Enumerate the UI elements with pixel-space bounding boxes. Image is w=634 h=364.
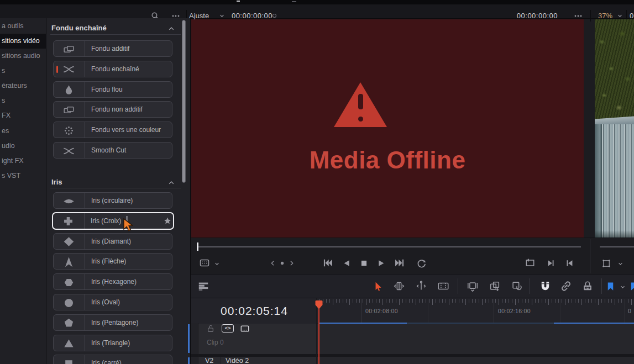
timeline-scroll-indicator[interactable] [188, 324, 190, 353]
sidebar-item[interactable]: udio [0, 139, 48, 154]
transition-item[interactable]: Iris (Triangle) [53, 335, 172, 351]
sidebar-item[interactable]: s [0, 64, 48, 78]
transition-item[interactable]: Fondu vers une couleur [53, 122, 172, 138]
flag-partial-icon[interactable] [628, 281, 634, 292]
play-reverse-icon[interactable] [342, 259, 352, 268]
transition-item[interactable]: Iris (carré) [53, 355, 172, 364]
chevron-down-icon[interactable] [617, 13, 623, 19]
transition-thumbnail [54, 193, 85, 208]
sidebar-item[interactable]: es [0, 124, 48, 139]
play-forward-icon[interactable] [376, 259, 386, 268]
go-to-start-icon[interactable] [322, 257, 333, 268]
pentagon-icon [63, 317, 75, 329]
edge-timecode-fragment: 00 [630, 12, 634, 20]
timeline-view-options-icon[interactable] [197, 280, 209, 292]
snapping-magnet-icon[interactable] [539, 280, 552, 293]
transition-item[interactable]: Fondu additif [53, 40, 172, 57]
sidebar-item[interactable]: sitions audio [0, 49, 48, 64]
sidebar-item[interactable]: ight FX [0, 154, 48, 168]
sidebar-item[interactable]: a outils [0, 19, 48, 34]
sidebar-item[interactable]: érateurs [0, 78, 48, 93]
gang-indicator-icon[interactable] [272, 13, 277, 18]
transition-thumbnail [54, 41, 85, 56]
in-out-dot-icon[interactable] [279, 260, 286, 267]
next-frame-icon[interactable] [546, 259, 556, 268]
toolbar-divider [530, 278, 530, 294]
chevron-up-icon[interactable] [167, 179, 175, 187]
lock-icon[interactable] [206, 324, 215, 333]
filmstrip-icon[interactable] [240, 324, 250, 334]
timeline-scroll-indicator[interactable] [188, 357, 190, 364]
track-v2-header[interactable] [198, 357, 316, 364]
square-icon [63, 358, 75, 364]
loop-playback-icon[interactable] [416, 258, 427, 268]
chevron-down-icon[interactable] [219, 13, 225, 19]
panel-scrollbar[interactable] [182, 20, 186, 183]
transition-item[interactable]: Fondu non additif [53, 101, 172, 118]
dynamic-trim-mode-icon[interactable] [415, 280, 427, 292]
transition-item[interactable]: Iris (Diamant) [53, 233, 172, 250]
transition-thumbnail [53, 213, 85, 229]
blade-edit-mode-icon[interactable] [437, 280, 449, 292]
timeline-ruler[interactable]: 00:02:08:0000:02:16:000 [316, 298, 634, 323]
stop-icon[interactable] [359, 259, 369, 268]
loop-clip-icon[interactable] [525, 257, 536, 268]
in-out-right-chevron-icon[interactable] [288, 260, 295, 267]
transition-label: Fondu flou [91, 82, 123, 97]
go-to-end-icon[interactable] [394, 257, 405, 268]
color-dots-icon [63, 125, 75, 136]
playhead-line[interactable] [318, 303, 319, 364]
transition-label: Iris (circulaire) [91, 193, 133, 208]
ruler-timecode-label: 0 [628, 308, 631, 314]
viewer-fit-dropdown[interactable]: Ajuste [189, 12, 209, 20]
previous-frame-icon[interactable] [565, 259, 574, 268]
dropdown-chevron-icon[interactable] [214, 261, 220, 267]
in-out-left-chevron-icon[interactable] [269, 260, 276, 267]
selection-tool-icon[interactable] [372, 281, 384, 292]
transition-item[interactable]: Iris (Hexagone) [53, 273, 172, 290]
sidebar-item[interactable]: FX [0, 108, 48, 123]
overwrite-clip-icon[interactable] [489, 280, 501, 292]
auto-select-icon[interactable]: <> [222, 324, 234, 333]
zoom-level-dropdown[interactable]: 37% [595, 12, 616, 20]
viewer-scrub-bar[interactable] [198, 246, 581, 247]
transition-item[interactable]: Iris (circulaire) [53, 192, 172, 209]
track-number-label: V2 [205, 357, 213, 364]
star-icon[interactable] [163, 217, 172, 225]
transition-item[interactable]: Iris (Pentagone) [53, 314, 172, 331]
transition-thumbnail [54, 122, 85, 138]
transition-item[interactable]: Iris (Oval) [53, 294, 172, 310]
circle-icon [63, 297, 75, 309]
video-transitions-panel: Fondu enchaînéFondu additifFondu enchaîn… [46, 18, 191, 364]
transition-label: Fondu enchaîné [91, 61, 139, 77]
sidebar-item[interactable]: s VST [0, 168, 48, 183]
track-v2-lane[interactable] [316, 357, 634, 364]
sidebar-item[interactable]: s [0, 93, 48, 108]
transition-item[interactable]: Fondu enchaîné [53, 61, 172, 77]
favorite-marker [56, 66, 58, 73]
viewer-scrub-playhead[interactable] [197, 242, 198, 251]
transition-thumbnail [54, 274, 85, 289]
fence-post-image [595, 124, 602, 238]
insert-clip-icon[interactable] [467, 280, 479, 292]
flag-marker-icon[interactable] [605, 281, 616, 292]
viewer-frame-box-icon[interactable] [601, 259, 611, 268]
dropdown-chevron-icon[interactable] [617, 261, 623, 267]
link-clips-icon[interactable] [560, 280, 572, 292]
transition-thumbnail [54, 82, 85, 97]
clip-thumbnail-icon[interactable] [199, 257, 210, 268]
replace-clip-icon[interactable] [511, 280, 523, 292]
flag-chevron-icon[interactable] [620, 284, 626, 290]
trim-edit-mode-icon[interactable] [393, 280, 405, 292]
transition-item[interactable]: Smooth Cut [53, 142, 172, 159]
viewer2-scrub-bar[interactable] [600, 246, 634, 247]
transition-label: Iris (Pentagone) [91, 315, 138, 330]
chevron-up-icon[interactable] [167, 25, 175, 33]
track-lane[interactable] [316, 324, 634, 354]
transition-item[interactable]: Fondu flou [53, 81, 172, 98]
sidebar-item-selected[interactable]: sitions vidéo [0, 34, 48, 49]
playhead-marker[interactable] [315, 300, 323, 309]
transition-item-selected[interactable]: Iris (Croix) [52, 212, 174, 230]
position-lock-icon[interactable] [581, 280, 594, 292]
transition-item[interactable]: Iris (Flèche) [53, 253, 172, 270]
